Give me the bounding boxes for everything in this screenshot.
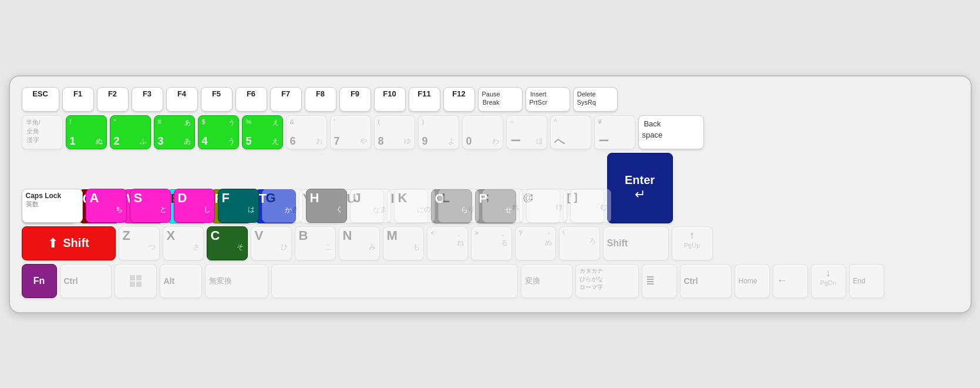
key-l[interactable]: L り — [438, 189, 479, 223]
key-9[interactable]: ) 9 よ — [418, 115, 459, 149]
key-f9[interactable]: F9 — [339, 87, 371, 112]
key-x[interactable]: X さ — [163, 226, 204, 260]
key-7[interactable]: ' 7 や — [330, 115, 371, 149]
row-bottom: Fn Ctrl Alt — [22, 264, 959, 298]
key-ctrl-right[interactable]: Ctrl — [680, 264, 732, 298]
key-yen[interactable]: ¥ ー — [594, 115, 635, 149]
key-app[interactable]: ≣ — [642, 264, 677, 298]
key-6[interactable]: & 6 お — [286, 115, 327, 149]
key-f8[interactable]: F8 — [305, 87, 336, 112]
svg-rect-0 — [130, 275, 135, 280]
key-pgup[interactable]: ↑ PgUp — [672, 226, 713, 260]
key-f2[interactable]: F2 — [97, 87, 129, 112]
key-hat[interactable]: ^ へ — [550, 115, 591, 149]
key-0[interactable]: 0 わ — [462, 115, 503, 149]
key-slash[interactable]: ?・ め — [515, 226, 556, 260]
key-katakana[interactable]: カタカナ ひらがな ローマ字 — [575, 264, 639, 298]
key-ctrl-left[interactable]: Ctrl — [60, 264, 112, 298]
key-f6[interactable]: F6 — [235, 87, 267, 112]
svg-rect-2 — [130, 282, 135, 287]
key-space[interactable] — [271, 264, 518, 298]
keyboard: ESC F1 F2 F3 F4 F5 F6 F7 F8 F9 F10 F11 F… — [9, 75, 972, 313]
key-alt[interactable]: Alt — [160, 264, 202, 298]
key-insert[interactable]: InsertPrtScr — [526, 87, 570, 112]
key-pgdn[interactable]: ↓ PgDn — [811, 264, 846, 298]
windows-icon — [129, 275, 142, 287]
key-d[interactable]: D し — [174, 189, 215, 223]
svg-rect-3 — [136, 282, 142, 287]
key-k[interactable]: K の — [394, 189, 435, 223]
key-esc[interactable]: ESC — [22, 87, 59, 112]
key-1[interactable]: ! 1 ぬ — [66, 115, 107, 149]
key-f1[interactable]: F1 — [62, 87, 94, 112]
key-f12[interactable]: F12 — [443, 87, 475, 112]
fn-row: ESC F1 F2 F3 F4 F5 F6 F7 F8 F9 F10 F11 F… — [22, 87, 959, 112]
key-4[interactable]: $う 4 う — [198, 115, 239, 149]
key-muhenkan[interactable]: 無変換 — [205, 264, 268, 298]
row-numbers: 半角/ 全角 漢字 ! 1 ぬ " 2 ふ #あ 3 あ — [22, 115, 959, 149]
key-period[interactable]: >。 る — [471, 226, 512, 260]
key-f3[interactable]: F3 — [132, 87, 163, 112]
key-3[interactable]: #あ 3 あ — [154, 115, 195, 149]
key-comma[interactable]: <、 ね — [427, 226, 468, 260]
key-shift-right[interactable]: Shift — [603, 226, 669, 260]
key-c[interactable]: C そ — [207, 226, 248, 260]
key-colon[interactable]: : け — [526, 189, 567, 223]
key-win[interactable] — [114, 264, 157, 298]
key-semi[interactable]: ; れ — [482, 189, 523, 223]
key-g[interactable]: G き — [262, 189, 303, 223]
key-b[interactable]: B こ — [295, 226, 336, 260]
key-capslock[interactable]: Caps Lock 英数 — [22, 189, 83, 223]
key-f10[interactable]: F10 — [374, 87, 406, 112]
key-z[interactable]: Z つ — [119, 226, 160, 260]
key-h[interactable]: H く — [306, 189, 347, 223]
key-home[interactable]: Home — [735, 264, 770, 298]
key-j[interactable]: J ま — [350, 189, 391, 223]
key-8[interactable]: ( 8 ゆ — [374, 115, 415, 149]
key-a[interactable]: A ち — [86, 189, 127, 223]
key-minus[interactable]: − ー ほ — [506, 115, 547, 149]
key-f11[interactable]: F11 — [409, 87, 440, 112]
key-n[interactable]: N み — [339, 226, 380, 260]
key-2[interactable]: " 2 ふ — [110, 115, 151, 149]
key-f[interactable]: F は — [218, 189, 259, 223]
key-fn[interactable]: Fn — [22, 264, 57, 298]
key-enter[interactable]: Enter ↵ — [607, 153, 673, 223]
key-rbracket[interactable]: ] む — [570, 189, 611, 223]
key-backslash[interactable]: \ ろ — [559, 226, 600, 260]
key-pause[interactable]: PauseBreak — [478, 87, 523, 112]
key-shift-left[interactable]: ⬆ Shift — [22, 226, 116, 260]
key-f4[interactable]: F4 — [166, 87, 198, 112]
key-left[interactable]: ← — [773, 264, 808, 298]
key-henkan[interactable]: 変換 — [521, 264, 572, 298]
key-f5[interactable]: F5 — [201, 87, 233, 112]
row-zxcv: ⬆ Shift Z つ X さ C そ — [22, 226, 959, 260]
svg-rect-1 — [136, 275, 142, 280]
key-backspace[interactable]: Back space — [638, 115, 704, 149]
key-delete[interactable]: DeleteSysRq — [573, 87, 618, 112]
key-end[interactable]: End — [849, 264, 884, 298]
key-5[interactable]: %え 5 え — [242, 115, 283, 149]
row-asdf: Caps Lock 英数 A ち S と D し — [22, 189, 959, 223]
key-s[interactable]: S と — [130, 189, 171, 223]
key-hankaku[interactable]: 半角/ 全角 漢字 — [22, 115, 63, 149]
key-v[interactable]: V ひ — [251, 226, 292, 260]
key-m[interactable]: M も — [383, 226, 424, 260]
key-f7[interactable]: F7 — [270, 87, 302, 112]
